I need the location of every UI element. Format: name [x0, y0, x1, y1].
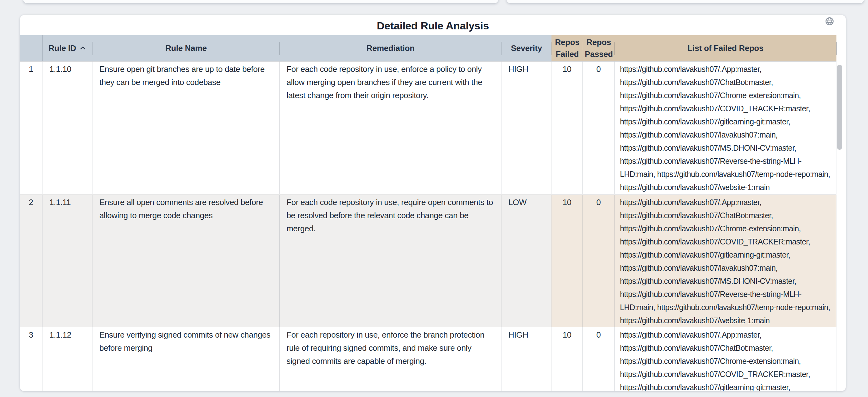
rule-id-cell: 1.1.12	[42, 327, 92, 391]
failed-repos-cell: https://github.com/lavakush07/.App:maste…	[615, 62, 836, 194]
header-rule-id-label: Rule ID	[49, 42, 76, 54]
detailed-rule-analysis-card: Detailed Rule Analysis Rule ID	[20, 15, 846, 391]
failed-repos-cell: https://github.com/lavakush07/.App:maste…	[615, 195, 836, 327]
rule-analysis-table: Rule ID Rule Name Remediation Severity R…	[20, 35, 836, 391]
header-severity[interactable]: Severity	[501, 35, 552, 61]
table-row: 3 1.1.12 Ensure verifying signed commits…	[20, 327, 836, 391]
severity-cell: LOW	[501, 195, 552, 327]
rule-id-cell: 1.1.10	[42, 62, 92, 194]
remediation-cell: For each code repository in use, enforce…	[280, 62, 501, 194]
table-row: 1 1.1.10 Ensure open git branches are up…	[20, 62, 836, 194]
repos-failed-cell: 10	[552, 195, 583, 327]
repos-passed-cell: 0	[583, 62, 615, 194]
severity-cell: HIGH	[501, 327, 552, 391]
repos-passed-cell: 0	[583, 327, 615, 391]
rule-name-cell: Ensure open git branches are up to date …	[92, 62, 280, 194]
header-index	[20, 35, 42, 61]
header-rule-name[interactable]: Rule Name	[92, 35, 280, 61]
header-repos-passed[interactable]: Repos Passed	[583, 35, 615, 61]
rule-id-cell: 1.1.11	[42, 195, 92, 327]
severity-cell: HIGH	[501, 62, 552, 194]
rule-name-cell: Ensure verifying signed commits of new c…	[92, 327, 280, 391]
upper-card-left-edge	[23, 0, 498, 3]
table-row: 2 1.1.11 Ensure all open comments are re…	[20, 194, 836, 327]
vertical-scrollbar-thumb[interactable]	[837, 65, 842, 150]
failed-repos-cell: https://github.com/lavakush07/.App:maste…	[615, 327, 836, 391]
remediation-cell: For each repository in use, enforce the …	[280, 327, 501, 391]
row-index: 1	[20, 62, 42, 194]
row-index: 3	[20, 327, 42, 391]
page-background: Detailed Rule Analysis Rule ID	[0, 0, 868, 397]
card-header: Detailed Rule Analysis	[20, 15, 846, 35]
page-title: Detailed Rule Analysis	[20, 15, 846, 36]
repos-passed-cell: 0	[583, 195, 615, 327]
table-header-row: Rule ID Rule Name Remediation Severity R…	[20, 35, 836, 62]
header-rule-id[interactable]: Rule ID	[42, 35, 92, 61]
row-index: 2	[20, 195, 42, 327]
header-list-of-failed-repos[interactable]: List of Failed Repos	[615, 35, 836, 61]
header-repos-failed[interactable]: Repos Failed	[552, 35, 583, 61]
header-remediation[interactable]: Remediation	[280, 35, 501, 61]
upper-card-right-edge	[506, 0, 864, 3]
chevron-up-icon	[79, 44, 87, 52]
globe-icon[interactable]	[825, 16, 836, 27]
repos-failed-cell: 10	[552, 327, 583, 391]
rule-name-cell: Ensure all open comments are resolved be…	[92, 195, 280, 327]
remediation-cell: For each code repository in use, require…	[280, 195, 501, 327]
repos-failed-cell: 10	[552, 62, 583, 194]
